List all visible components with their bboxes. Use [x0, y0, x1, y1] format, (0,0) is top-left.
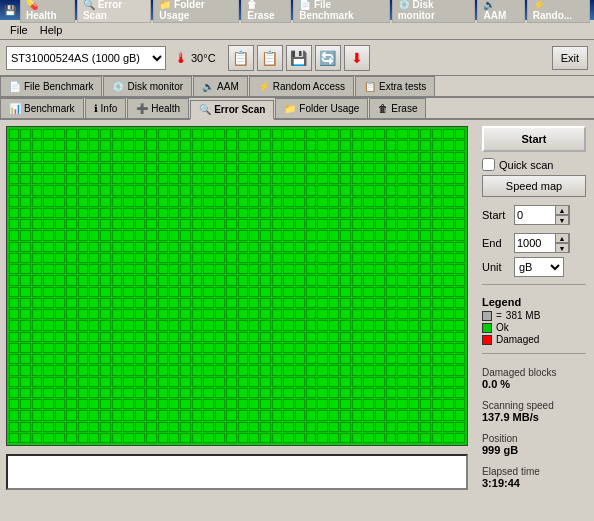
grid-cell — [123, 264, 133, 274]
grid-cell — [260, 365, 270, 375]
grid-cell — [317, 163, 327, 173]
grid-cell — [352, 129, 362, 139]
grid-cell — [55, 197, 65, 207]
quick-scan-checkbox[interactable] — [482, 158, 495, 171]
grid-cell — [78, 332, 88, 342]
grid-cell — [329, 433, 339, 443]
grid-cell — [306, 208, 316, 218]
grid-cell — [238, 354, 248, 364]
unit-select[interactable]: MB gB Sectors — [514, 257, 564, 277]
tab-diskmonitor-title[interactable]: 💿 Disk monitor — [392, 0, 476, 23]
grid-cell — [352, 422, 362, 432]
grid-cell — [420, 129, 430, 139]
end-spin-down[interactable]: ▼ — [555, 243, 569, 253]
exit-button[interactable]: Exit — [552, 46, 588, 70]
end-spin-up[interactable]: ▲ — [555, 233, 569, 243]
tab-erase-label: Erase — [391, 103, 417, 114]
grid-cell — [306, 287, 316, 297]
grid-cell — [32, 264, 42, 274]
toolbar-btn-4[interactable]: 🔄 — [315, 45, 341, 71]
grid-cell — [363, 377, 373, 387]
grid-cell — [226, 399, 236, 409]
grid-cell — [123, 309, 133, 319]
start-input[interactable] — [515, 206, 555, 224]
grid-cell — [180, 264, 190, 274]
grid-cell — [20, 354, 30, 364]
grid-cell — [295, 140, 305, 150]
grid-cell — [375, 399, 385, 409]
grid-cell — [363, 140, 373, 150]
tab-health[interactable]: ➕ Health — [127, 98, 189, 118]
grid-cell — [386, 163, 396, 173]
grid-cell — [283, 197, 293, 207]
grid-cell — [443, 388, 453, 398]
tab-errorscan[interactable]: 🔍 Error Scan — [190, 100, 274, 120]
grid-cell — [432, 377, 442, 387]
grid-cell — [363, 185, 373, 195]
grid-cell — [420, 309, 430, 319]
tab-erase-title[interactable]: 🗑 Erase — [241, 0, 291, 23]
grid-cell — [32, 129, 42, 139]
start-spin-down[interactable]: ▼ — [555, 215, 569, 225]
tab-extratests[interactable]: 📋 Extra tests — [355, 76, 435, 96]
help-menu[interactable]: Help — [34, 22, 69, 38]
grid-cell — [329, 343, 339, 353]
grid-cell — [432, 320, 442, 330]
grid-cell — [203, 197, 213, 207]
toolbar-btn-5[interactable]: ⬇ — [344, 45, 370, 71]
grid-cell — [272, 365, 282, 375]
tab-aam[interactable]: 🔊 AAM — [193, 76, 248, 96]
file-menu[interactable]: File — [4, 22, 34, 38]
tab-aam-title[interactable]: 🔊 AAM — [477, 0, 524, 23]
grid-cell — [272, 197, 282, 207]
grid-cell — [9, 343, 19, 353]
toolbar-btn-3[interactable]: 💾 — [286, 45, 312, 71]
grid-cell — [89, 320, 99, 330]
damaged-blocks-value: 0.0 % — [482, 378, 586, 390]
tab-benchmark[interactable]: 📊 Benchmark — [0, 98, 84, 118]
grid-cell — [397, 422, 407, 432]
grid-cell — [409, 410, 419, 420]
grid-cell — [420, 377, 430, 387]
tab-random-title[interactable]: ⚡ Rando... — [527, 0, 590, 23]
grid-cell — [238, 208, 248, 218]
toolbar-btn-2[interactable]: 📋 — [257, 45, 283, 71]
grid-cell — [352, 365, 362, 375]
grid-cell — [169, 388, 179, 398]
tab-health[interactable]: 💊 Health — [20, 0, 75, 23]
grid-cell — [66, 343, 76, 353]
drive-select[interactable]: ST31000524AS (1000 gB) — [6, 46, 166, 70]
tab-filebenchmark[interactable]: 📄 File Benchmark — [0, 76, 102, 96]
grid-cell — [89, 242, 99, 252]
grid-cell — [340, 298, 350, 308]
grid-cell — [89, 152, 99, 162]
grid-cell — [100, 343, 110, 353]
tab-folderusage[interactable]: 📁 Folder Usage — [275, 98, 368, 118]
tab-error-scan-title[interactable]: 🔍 Error Scan — [77, 0, 151, 23]
grid-cell — [432, 197, 442, 207]
grid-cell — [443, 365, 453, 375]
grid-cell — [295, 230, 305, 240]
grid-cell — [9, 197, 19, 207]
tab-info[interactable]: ℹ Info — [85, 98, 127, 118]
grid-cell — [66, 275, 76, 285]
tab-randomaccess[interactable]: ⚡ Random Access — [249, 76, 354, 96]
end-input[interactable] — [515, 234, 555, 252]
grid-cell — [455, 365, 465, 375]
grid-cell — [249, 410, 259, 420]
tab-folder-usage-title[interactable]: 📁 Folder Usage — [153, 0, 239, 23]
start-button[interactable]: Start — [482, 126, 586, 152]
grid-cell — [89, 298, 99, 308]
grid-cell — [158, 275, 168, 285]
grid-cell — [329, 287, 339, 297]
grid-cell — [260, 163, 270, 173]
grid-cell — [249, 197, 259, 207]
toolbar-btn-1[interactable]: 📋 — [228, 45, 254, 71]
tab-diskmonitor[interactable]: 💿 Disk monitor — [103, 76, 192, 96]
tab-erase[interactable]: 🗑 Erase — [369, 98, 426, 118]
start-spin-up[interactable]: ▲ — [555, 205, 569, 215]
tab-filebench-title[interactable]: 📄 File Benchmark — [293, 0, 389, 23]
grid-cell — [317, 287, 327, 297]
speed-map-button[interactable]: Speed map — [482, 175, 586, 197]
unit-label: Unit — [482, 261, 510, 273]
